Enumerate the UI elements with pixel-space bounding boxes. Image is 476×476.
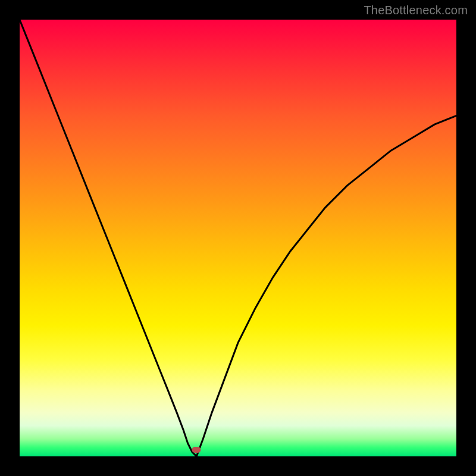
chart-frame: TheBottleneck.com [0, 0, 476, 476]
watermark-text: TheBottleneck.com [364, 4, 468, 17]
optimal-point-marker [192, 447, 201, 453]
background-gradient [20, 20, 456, 456]
plot-area [20, 20, 456, 456]
